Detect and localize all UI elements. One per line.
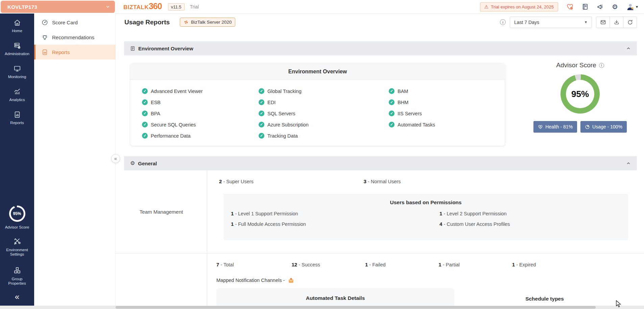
select-arrow-icon: ▼ xyxy=(584,20,588,24)
tools-icon xyxy=(13,237,21,245)
check-circle-icon: ✓ xyxy=(259,133,264,139)
chevron-up-icon[interactable] xyxy=(626,46,631,51)
monitor-icon xyxy=(14,65,21,72)
biztalk-flag-icon xyxy=(184,20,189,25)
check-circle-icon: ✓ xyxy=(389,111,395,116)
feature-item: ✓Automated Tasks xyxy=(389,119,435,130)
stat-normal-users: 3 - Normal Users xyxy=(363,179,401,184)
email-report-button[interactable] xyxy=(596,17,610,28)
check-circle-icon: ✓ xyxy=(142,122,148,127)
feature-item: ✓Global Tracking xyxy=(259,86,389,97)
feature-item: ✓BAM xyxy=(389,86,435,97)
check-circle-icon: ✓ xyxy=(389,99,395,105)
server-gear-icon xyxy=(14,42,21,49)
refresh-button[interactable] xyxy=(623,17,637,28)
environment-selector[interactable]: KOVLTP173 xyxy=(1,1,115,13)
biztalk360-logo[interactable]: BIZTALK 360 xyxy=(123,3,162,11)
sidebar-item-monitoring[interactable]: Monitoring xyxy=(0,61,34,84)
main-content: Usage Reports BizTalk Server 2020 i Last… xyxy=(116,14,644,309)
permissions-card: Users based on Permissions 1 - Level 1 S… xyxy=(223,194,628,240)
sidebar-item-group-properties[interactable]: GroupProperties xyxy=(0,266,34,286)
feature-item: ✓IIS Servers xyxy=(389,108,435,119)
warning-icon: ⚠ xyxy=(484,4,489,9)
stat-level1-permission: 1 - Level 1 Support Permission xyxy=(231,211,439,218)
feature-item: ✓Advanced Event Viewer xyxy=(142,86,259,97)
usage-score-button[interactable]: Usage - 100% xyxy=(580,121,627,133)
gauge-icon xyxy=(42,19,48,26)
submenu-item-score-card[interactable]: Score Card xyxy=(34,15,115,30)
report-document-icon xyxy=(42,49,48,55)
feature-item: ✓BPA xyxy=(142,108,259,119)
sidebar-collapse-button[interactable]: « xyxy=(0,293,34,301)
page-title: Usage Reports xyxy=(124,19,170,26)
scrollbar-thumb[interactable] xyxy=(116,306,596,309)
feature-item: ✓EDI xyxy=(259,97,389,108)
section-header-general[interactable]: ⚙ General xyxy=(124,156,637,170)
info-icon[interactable]: i xyxy=(500,19,506,25)
panel-collapse-button[interactable]: « xyxy=(111,154,120,163)
section-title: General xyxy=(138,161,157,166)
stat-super-users: 2 - Super Users xyxy=(219,179,362,184)
environment-name: KOVLTP173 xyxy=(7,4,105,10)
submenu-item-label: Reports xyxy=(52,49,70,55)
stat-partial: 1 - Partial xyxy=(438,262,510,267)
submenu-item-label: Score Card xyxy=(52,20,78,25)
advisor-score-label: Advisor Score xyxy=(0,225,34,229)
cubes-icon xyxy=(13,266,21,275)
check-circle-icon: ✓ xyxy=(389,122,395,127)
edition-label: Trial xyxy=(190,4,199,9)
trial-expiry-banner[interactable]: ⚠ Trial expires on August 24, 2025 xyxy=(480,2,558,11)
sidebar-item-label: Monitoring xyxy=(8,75,26,79)
sidebar-item-administration[interactable]: Administration xyxy=(0,38,34,61)
advisor-score-ring[interactable]: 95% xyxy=(9,206,25,222)
settings-gear-icon[interactable]: ⚙ xyxy=(612,3,618,10)
caret-down-icon: ▾ xyxy=(636,4,638,9)
heart-pulse-icon xyxy=(538,124,543,129)
check-circle-icon: ✓ xyxy=(142,133,148,139)
download-report-button[interactable] xyxy=(610,17,623,28)
date-range-value: Last 7 Days xyxy=(514,20,539,25)
sidebar-item-home[interactable]: Home xyxy=(0,14,34,38)
primary-sidebar: Home Administration Monitoring Analytics… xyxy=(0,14,34,309)
check-circle-icon: ✓ xyxy=(259,111,264,116)
date-range-select[interactable]: Last 7 Days ▼ xyxy=(510,17,592,28)
analytics-chart-icon xyxy=(14,88,21,95)
sidebar-item-label: Home xyxy=(12,29,22,33)
trial-expiry-text: Trial expires on August 24, 2025 xyxy=(491,4,554,9)
chevron-up-icon[interactable] xyxy=(626,161,631,166)
advisor-score-title: Advisor Score xyxy=(556,62,596,69)
health-score-button[interactable]: Health - 81% xyxy=(533,121,577,133)
advisor-score-value: 95% xyxy=(13,211,21,216)
submenu-item-label: Recommendations xyxy=(52,34,94,40)
gear-icon: ⚙ xyxy=(130,161,135,166)
stat-custom-profiles: 4 - Custom User Access Profiles xyxy=(439,221,628,229)
section-header-environment-overview[interactable]: Environment Overview xyxy=(124,41,637,55)
submenu-item-reports[interactable]: Reports xyxy=(34,45,115,60)
check-circle-icon: ✓ xyxy=(259,99,264,105)
documentation-icon[interactable] xyxy=(582,3,589,10)
check-circle-icon: ✓ xyxy=(259,122,264,127)
advisor-score-panel: Advisor Score i 95% Health - 81% Usage -… xyxy=(533,62,627,133)
feature-item: ✓Azure Subscription xyxy=(259,119,389,130)
pie-chart-icon xyxy=(585,124,590,129)
stat-full-module-permission: 1 - Full Module Access Permission xyxy=(231,221,439,229)
info-icon[interactable]: i xyxy=(599,63,604,68)
stat-total: 7 - Total xyxy=(216,262,290,267)
notification-mail-icon[interactable] xyxy=(288,277,294,284)
row-label xyxy=(116,254,207,309)
announcements-icon[interactable] xyxy=(597,3,604,10)
sidebar-item-analytics[interactable]: Analytics xyxy=(0,84,34,106)
health-favorites-icon[interactable] xyxy=(566,3,574,10)
server-version-badge[interactable]: BizTalk Server 2020 xyxy=(180,18,235,27)
sidebar-item-reports[interactable]: Reports xyxy=(0,106,34,129)
user-menu[interactable]: ★ ▾ xyxy=(626,3,638,11)
automated-tasks-row: 7 - Total 12 - Success 1 - Failed 1 - Pa… xyxy=(116,254,644,309)
stat-success: 12 - Success xyxy=(291,262,363,267)
document-lines-icon xyxy=(130,46,135,51)
horizontal-scrollbar[interactable] xyxy=(0,306,644,309)
submenu-item-recommendations[interactable]: Recommendations xyxy=(34,30,115,45)
sidebar-item-environment-settings[interactable]: EnvironmentSettings xyxy=(0,237,34,257)
feature-item: ✓Tracking Data xyxy=(259,130,389,141)
feature-item: ✓BHM xyxy=(389,97,435,108)
home-icon xyxy=(14,19,21,26)
